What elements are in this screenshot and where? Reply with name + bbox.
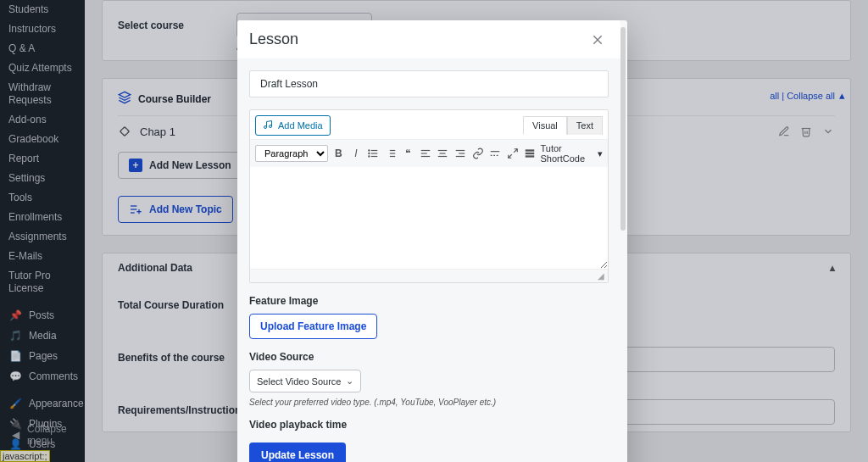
modal-title: Lesson [249,31,298,48]
update-lesson-button[interactable]: Update Lesson [249,443,346,462]
video-playback-label: Video playback time [249,419,609,431]
feature-image-label: Feature Image [249,295,609,307]
resize-handle-icon[interactable]: ◢ [250,269,608,282]
align-right-button[interactable] [453,145,468,162]
svg-point-15 [369,156,370,157]
shortcode-label: Tutor ShortCode [540,143,596,164]
link-button[interactable] [470,145,485,162]
numbered-list-button[interactable] [384,145,398,162]
svg-line-31 [508,154,511,158]
wysiwyg-editor: Add Media Visual Text Paragraph B I ❝ [249,109,609,283]
chevron-down-icon: ⌄ [346,376,353,387]
bold-button[interactable]: B [331,145,346,162]
toolbar-toggle-button[interactable] [523,145,537,162]
align-left-button[interactable] [419,145,433,162]
lesson-content-editor[interactable] [250,167,608,269]
video-source-hint: Select your preferred video type. (.mp4,… [249,398,609,407]
video-source-select[interactable]: Select Video Source ⌄ [249,370,361,392]
button-label: Update Lesson [261,449,334,461]
upload-feature-image-button[interactable]: Upload Feature Image [249,314,377,339]
video-source-label: Video Source [249,351,609,363]
editor-tab-visual[interactable]: Visual [523,116,567,135]
caret-down-icon: ▾ [598,148,603,159]
svg-rect-32 [526,149,535,151]
lesson-modal: Lesson Add Media Visual [237,20,627,462]
add-media-button[interactable]: Add Media [255,115,331,136]
svg-point-13 [369,150,370,151]
lesson-title-input[interactable] [249,70,609,97]
svg-point-8 [264,126,267,129]
button-label: Upload Feature Image [260,320,366,332]
read-more-button[interactable] [488,145,503,162]
svg-point-9 [270,125,272,128]
button-label: Add Media [278,120,323,131]
svg-rect-34 [526,155,535,157]
editor-tab-text[interactable]: Text [567,116,603,135]
italic-button[interactable]: I [349,145,364,162]
format-select[interactable]: Paragraph [255,145,328,162]
bullet-list-button[interactable] [366,145,381,162]
blockquote-button[interactable]: ❝ [401,145,415,162]
svg-rect-33 [526,153,535,154]
svg-point-14 [369,153,370,153]
svg-line-30 [514,149,517,153]
tutor-shortcode-dropdown[interactable]: Tutor ShortCode ▾ [540,143,603,164]
align-center-button[interactable] [436,145,450,162]
close-modal-button[interactable] [590,32,605,47]
media-note-icon [263,120,273,131]
select-value: Select Video Source [257,376,341,387]
fullscreen-button[interactable] [505,145,520,162]
modal-scrollbar[interactable] [620,27,626,231]
